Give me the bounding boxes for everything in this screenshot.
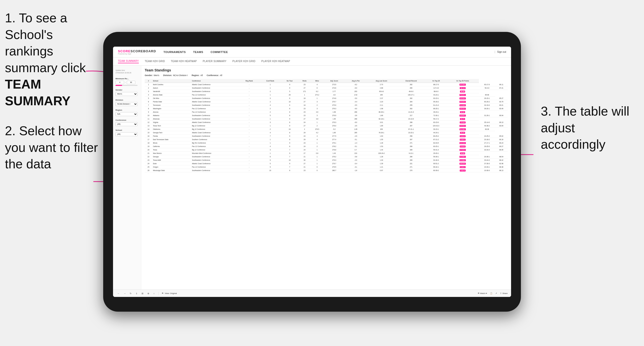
tab-team-h2h-grid[interactable]: TEAM H2H GRID (145, 60, 165, 63)
signout-button[interactable]: Sign out (497, 50, 506, 53)
table-row[interactable]: 16FloridaSoutheastern Conference-7924427… (145, 135, 508, 138)
school-label: School (116, 129, 138, 131)
rounds-slider[interactable] (116, 85, 138, 86)
table-cell: 2.70 (366, 83, 396, 86)
table-row[interactable]: 21New MexicoMountain West Conference-192… (145, 152, 508, 155)
gender-label: Gender (116, 89, 138, 91)
clipboard-button[interactable]: 📋 (490, 292, 492, 295)
table-cell: 3.8 (311, 117, 323, 121)
table-cell: 5 (145, 97, 152, 100)
toolbar-add[interactable]: ⊕ (146, 292, 150, 295)
table-cell: 9 (281, 83, 298, 86)
tab-player-summary[interactable]: PLAYER SUMMARY (203, 60, 226, 63)
table-cell: 3 (311, 114, 323, 117)
table-row[interactable]: 23Texas A&MSoutheastern Conference-91030… (145, 159, 508, 162)
table-cell: 8 (145, 107, 152, 110)
table-row[interactable]: 25OregonPac-12 Conference-97210279.5-3.1… (145, 166, 508, 169)
table-row[interactable]: 2AuburnSoutheastern Conference-19276273.… (145, 86, 508, 90)
table-row[interactable]: 11ArkansasSoutheastern Conference-19273.… (145, 117, 508, 121)
table-cell: 18 (298, 104, 311, 107)
table-row[interactable]: 8WashingtonPac-12 Conference-28233276.3-… (145, 107, 508, 110)
table-row[interactable]: 1North CarolinaAtlantic Coast Conference… (145, 83, 508, 86)
table-cell: 8 (281, 169, 298, 172)
instruction-step3: 3. The table will adjust accordingly (541, 103, 639, 153)
col-conf-rank: Conf Rank (260, 79, 281, 83)
table-row[interactable]: 24DukeAtlantic Coast Conference-59271279… (145, 162, 508, 166)
school-select[interactable]: (All) (116, 132, 138, 136)
table-cell: 88-6-0 (426, 90, 446, 93)
table-row[interactable]: 26Mississippi StateSoutheastern Conferen… (145, 169, 508, 172)
table-cell: 8 (281, 131, 298, 135)
table-cell: - (239, 159, 260, 162)
table-row[interactable]: 9ArizonaPac-12 Conference-28234.61.98268… (145, 110, 508, 114)
toolbar-circle[interactable]: ○ (152, 292, 156, 295)
table-cell: 27 (298, 124, 311, 128)
table-row[interactable]: 14OklahomaBig 12 Conference-2242276.5-5.… (145, 128, 508, 131)
gender-select[interactable]: Men's (116, 92, 138, 96)
table-row[interactable]: 20TexasBig 12 Conference-37241278.80.71.… (145, 148, 508, 152)
table-cell: -2.9 (345, 135, 366, 138)
view-original-button[interactable]: 👁 View: Original (162, 292, 177, 295)
table-cell: 266 (396, 155, 426, 159)
table-cell: 76-26-1 (366, 131, 396, 135)
table-cell: 85.02 (495, 135, 508, 138)
toolbar-back[interactable]: ← (116, 292, 121, 295)
table-row[interactable]: 18IllinoisBig Ten Conference-19231279.1-… (145, 141, 508, 145)
tab-team-summary[interactable]: TEAM SUMMARY (118, 60, 139, 63)
conference-select[interactable]: (All) (116, 122, 138, 126)
table-cell: 90-51-2 (426, 162, 446, 166)
table-cell: 11 (145, 117, 152, 121)
table-row[interactable]: 6Florida StateAtlantic Coast Conference-… (145, 100, 508, 104)
watch-button[interactable]: 👁 Watch ▾ (478, 292, 487, 295)
table-row[interactable]: 17East Tennessee StateSouthern Conferenc… (145, 138, 508, 141)
division-select[interactable]: NCAA Division I (116, 102, 138, 106)
table-cell: Big 12 Conference (191, 124, 239, 128)
table-row[interactable]: 19CaliforniaPac-12 Conference-48242278.2… (145, 145, 508, 148)
table-cell: -1.8 (345, 169, 366, 172)
max-rounds-input[interactable] (127, 81, 136, 84)
toolbar-grid[interactable]: ⊞ (140, 292, 144, 295)
nav-teams[interactable]: TEAMS (193, 50, 203, 53)
share-button[interactable]: ⇧ Share (500, 292, 508, 295)
table-row[interactable]: 13Texas TechBig 12 Conference-19272276.0… (145, 124, 508, 128)
table-row[interactable]: 3VanderbiltSoutheastern Conference-25271… (145, 90, 508, 93)
table-cell: 5 (260, 162, 281, 166)
table-row[interactable]: 10AlabamaSoutheastern Conference-5823327… (145, 114, 508, 117)
nav-committee[interactable]: COMMITTEE (210, 50, 228, 53)
region-select[interactable]: N/A (116, 112, 138, 116)
tab-team-h2h-heatmap[interactable]: TEAM H2H HEATMAP (171, 60, 197, 63)
table-row[interactable]: 12VirginiaAtlantic Coast Conference-3824… (145, 121, 508, 124)
nav-tournaments[interactable]: TOURNAMENTS (164, 50, 186, 53)
table-cell: Pac-12 Conference (191, 107, 239, 110)
table-row[interactable]: 15Georgia TechAtlantic Coast Conference-… (145, 131, 508, 135)
table-cell: 80-25-2 (426, 135, 446, 138)
table-cell: Pac-12 Conference (191, 166, 239, 169)
table-cell: 2.37 (366, 97, 396, 100)
table-cell: 3.01 (366, 121, 396, 124)
share-icon: ⇧ (500, 292, 502, 295)
table-cell: 1.43 (323, 152, 345, 155)
table-cell: 43-23-1 (426, 93, 446, 97)
table-cell: 265 (366, 93, 396, 97)
table-cell: 13-24-1 (446, 114, 479, 117)
table-cell: 12-14-1 (446, 97, 479, 100)
table-cell: 2 (311, 145, 323, 148)
table-row[interactable]: 4Arizona StatePac-12 Conference-1261274.… (145, 93, 508, 97)
table-row[interactable]: 7TennesseeSoutheastern Conference-461822… (145, 104, 508, 107)
table-cell: Pac-12 Conference (191, 145, 239, 148)
table-row[interactable]: 5Ole MissSoutheastern Conference-3618127… (145, 97, 508, 100)
min-rounds-input[interactable] (116, 81, 124, 84)
table-cell: 44-24-1 (426, 131, 446, 135)
filter-region-label: Region: (192, 74, 200, 77)
tab-player-h2h-grid[interactable]: PLAYER H2H GRID (232, 60, 256, 63)
table-row[interactable]: 22GeorgiaSoutheastern Conference-8721127… (145, 155, 508, 159)
table-cell: 24 (145, 162, 152, 166)
toolbar-forward[interactable]: → (122, 292, 127, 295)
expand-button[interactable]: ↗ (495, 292, 497, 295)
table-cell: 27 (298, 162, 311, 166)
table-cell: 209 (366, 128, 396, 131)
tab-player-h2h-heatmap[interactable]: PLAYER H2H HEATMAP (262, 60, 290, 63)
toolbar-refresh[interactable]: ↻ (129, 292, 133, 295)
table-cell: 9 (145, 110, 152, 114)
toolbar-download[interactable]: ⇓ (135, 292, 138, 295)
